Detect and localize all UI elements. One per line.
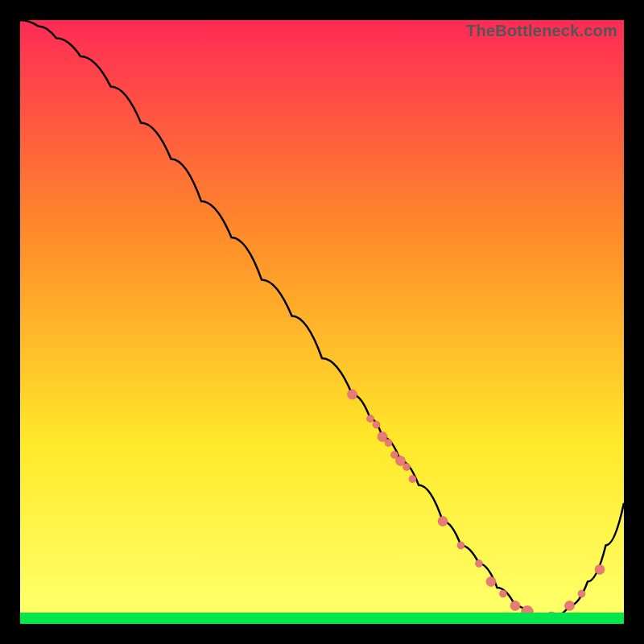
data-point [510,601,520,611]
data-point [385,440,392,447]
plot-area: TheBottleneck.com [20,20,624,624]
data-point [438,517,448,526]
gradient-background [20,20,624,624]
data-point [457,542,464,549]
data-point [578,590,585,597]
data-point [595,565,605,575]
data-point [409,476,416,483]
chart-frame: TheBottleneck.com [0,0,644,644]
data-point [348,390,357,399]
data-point [486,577,496,587]
data-point [367,415,374,423]
data-point [565,601,575,611]
data-point [373,421,380,428]
data-point [500,590,507,597]
chart-svg [20,20,624,624]
data-point [476,560,483,568]
green-optimal-band [20,613,624,624]
data-point [403,464,411,471]
watermark-text: TheBottleneck.com [466,22,617,40]
